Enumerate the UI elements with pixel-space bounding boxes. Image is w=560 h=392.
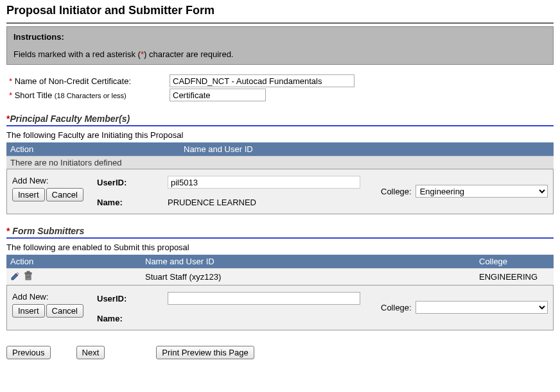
- section-principal-title: *Principal Faculty Member(s): [6, 114, 554, 124]
- trash-icon[interactable]: [23, 271, 33, 283]
- short-title-note: (18 Characters or less): [55, 92, 127, 99]
- section-submitters-title: * Form Submitters: [6, 226, 554, 236]
- instructions-title: Instructions:: [13, 32, 547, 42]
- cancel-button[interactable]: Cancel: [46, 188, 83, 201]
- row-nameid: Stuart Staff (xyz123): [145, 272, 479, 282]
- footer-buttons: Previous Next Print Preview this Page: [6, 346, 554, 359]
- college-label: College:: [381, 187, 412, 196]
- college-select[interactable]: [416, 301, 548, 314]
- submitters-table-header: Action Name and User ID College: [6, 255, 554, 268]
- insert-button[interactable]: Insert: [12, 304, 45, 318]
- principal-empty-row: There are no Initiators defined: [6, 156, 554, 169]
- instructions-text: Fields marked with a red asterisk (*) ch…: [13, 49, 547, 59]
- field-name-of-cert: * Name of Non-Credit Certificate:: [6, 74, 554, 88]
- principal-subheader: The following Faculty are Initiating thi…: [6, 130, 554, 140]
- submitter-row: Stuart Staff (xyz123) ENGINEERING: [6, 268, 554, 285]
- next-button[interactable]: Next: [76, 346, 105, 359]
- name-cert-label: Name of Non-Credit Certificate:: [15, 76, 131, 86]
- submitters-subheader: The following are enabled to Submit this…: [6, 243, 554, 252]
- college-select[interactable]: Engineering: [416, 185, 548, 198]
- divider: [6, 22, 554, 24]
- instructions-box: Instructions: Fields marked with a red a…: [6, 26, 554, 65]
- edit-icon[interactable]: [10, 271, 21, 283]
- addnew-label: Add New:: [12, 292, 89, 302]
- field-short-title: * Short Title (18 Characters or less): [6, 88, 554, 102]
- col-college: College: [479, 257, 550, 266]
- principal-addnew: Add New: Insert Cancel UserID: Name: PRU…: [6, 169, 554, 214]
- name-label: Name:: [97, 314, 168, 323]
- userid-label: UserID:: [97, 294, 168, 303]
- print-preview-button[interactable]: Print Preview this Page: [156, 346, 254, 359]
- short-title-input[interactable]: [170, 89, 266, 101]
- col-action: Action: [10, 257, 145, 266]
- svg-rect-2: [27, 271, 30, 273]
- userid-label: UserID:: [97, 178, 168, 187]
- section-divider: [6, 125, 554, 126]
- userid-input[interactable]: [168, 292, 360, 305]
- name-label: Name:: [97, 198, 168, 207]
- section-divider: [6, 237, 554, 239]
- userid-input[interactable]: [168, 176, 360, 189]
- short-title-label: Short Title: [15, 90, 53, 100]
- name-cert-input[interactable]: [170, 74, 354, 87]
- insert-button[interactable]: Insert: [12, 188, 45, 201]
- name-value: PRUDENCE LEARNED: [168, 198, 256, 207]
- previous-button[interactable]: Previous: [6, 346, 51, 359]
- submitters-addnew: Add New: Insert Cancel UserID: Name: Col…: [6, 285, 554, 330]
- principal-table-header: Action Name and User ID: [6, 142, 554, 156]
- addnew-label: Add New:: [12, 176, 89, 185]
- col-nameid: Name and User ID: [145, 257, 479, 266]
- col-action: Action: [10, 144, 184, 154]
- instructions-pre: Fields marked with a red asterisk (: [13, 49, 141, 59]
- col-nameid: Name and User ID: [184, 144, 550, 154]
- row-college: ENGINEERING: [479, 272, 550, 282]
- cancel-button[interactable]: Cancel: [46, 304, 83, 318]
- page-title: Proposal Initiator and Submitter Form: [6, 4, 554, 17]
- instructions-post: ) character are required.: [144, 49, 233, 59]
- college-label: College:: [381, 303, 412, 312]
